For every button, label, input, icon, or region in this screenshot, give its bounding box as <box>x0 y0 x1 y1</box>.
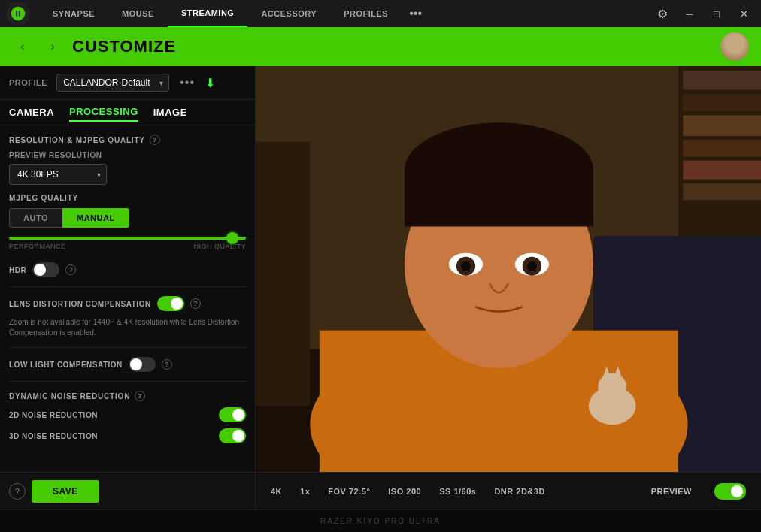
nav-tab-mouse[interactable]: MOUSE <box>108 0 168 27</box>
quality-auto-button[interactable]: AUTO <box>9 208 62 228</box>
hdr-toggle-knob <box>34 264 46 276</box>
noise-2d-row: 2D NOISE REDUCTION <box>9 407 246 422</box>
resolution-section-title: RESOLUTION & MJPEG QUALITY ? <box>9 135 246 145</box>
resolution-select-wrapper: 4K 30FPS 1080P 60FPS 1080P 30FPS 720P 60… <box>9 164 107 185</box>
noise-3d-row: 3D NOISE REDUCTION <box>9 428 246 443</box>
preview-resolution-label: PREVIEW RESOLUTION <box>9 151 246 159</box>
titlebar: SYNAPSE MOUSE STREAMING ACCESSORY PROFIL… <box>0 0 761 27</box>
hdr-toggle[interactable] <box>32 262 59 277</box>
hdr-help-icon[interactable]: ? <box>65 264 76 275</box>
noise-help-icon[interactable]: ? <box>135 391 145 401</box>
low-light-toggle-knob <box>130 358 142 370</box>
divider-3 <box>9 381 246 382</box>
mjpeg-quality-label: MJPEG QUALITY <box>9 194 246 202</box>
tab-processing[interactable]: PROCESSING <box>69 106 138 122</box>
avatar-image <box>720 32 749 61</box>
lens-distortion-label: LENS DISTORTION COMPENSATION <box>9 300 151 308</box>
preview-image <box>256 66 761 472</box>
help-button[interactable]: ? <box>9 483 26 500</box>
status-bar: 4K 1x FOV 72.5° ISO 200 SS 1/60s DNR 2D&… <box>256 472 761 509</box>
left-panel-bottom: ? SAVE <box>0 472 255 509</box>
low-light-help-icon[interactable]: ? <box>162 359 172 370</box>
nav-tab-accessory[interactable]: ACCESSORY <box>247 0 330 27</box>
preview-svg <box>256 66 761 472</box>
status-ss: SS 1/60s <box>439 487 476 496</box>
back-button[interactable]: ‹ <box>12 36 33 57</box>
resolution-help-icon[interactable]: ? <box>150 135 160 145</box>
noise-2d-toggle-knob <box>232 409 244 421</box>
noise-section-title: DYNAMIC NOISE REDUCTION ? <box>9 391 246 401</box>
lens-distortion-toggle-knob <box>171 298 183 310</box>
divider-1 <box>9 286 246 287</box>
svg-rect-4 <box>683 95 761 112</box>
resolution-select[interactable]: 4K 30FPS 1080P 60FPS 1080P 30FPS 720P 60… <box>9 164 107 185</box>
low-light-row: LOW LIGHT COMPENSATION ? <box>9 357 246 372</box>
divider-2 <box>9 347 246 348</box>
hdr-row: HDR ? <box>9 262 246 277</box>
quality-slider-track[interactable] <box>9 237 246 240</box>
profile-select-wrapper: CALLANDOR-Default <box>56 74 169 92</box>
slider-right-label: HIGH QUALITY <box>193 243 246 250</box>
nav-tab-synapse[interactable]: SYNAPSE <box>39 0 108 27</box>
noise-2d-label: 2D NOISE REDUCTION <box>9 411 213 419</box>
preview-toggle[interactable] <box>714 483 746 500</box>
device-name: RAZER KIYO PRO ULTRA <box>320 517 441 525</box>
profile-row: PROFILE CALLANDOR-Default ••• ⬇ <box>0 66 255 100</box>
lens-distortion-warning: Zoom is not available for 1440P & 4K res… <box>9 317 246 338</box>
tab-image[interactable]: IMAGE <box>153 107 187 121</box>
lens-distortion-row: LENS DISTORTION COMPENSATION ? <box>9 296 246 311</box>
window-controls: ⚙ ─ □ ✕ <box>651 4 755 23</box>
lens-distortion-help-icon[interactable]: ? <box>190 298 201 309</box>
user-avatar[interactable] <box>720 32 749 61</box>
svg-point-22 <box>527 261 537 271</box>
status-iso: ISO 200 <box>388 487 421 496</box>
profile-download-button[interactable]: ⬇ <box>205 76 215 90</box>
footer: RAZER KIYO PRO ULTRA <box>0 509 761 532</box>
svg-rect-8 <box>683 183 761 201</box>
forward-button[interactable]: › <box>42 36 63 57</box>
noise-3d-toggle[interactable] <box>219 428 246 443</box>
minimize-button[interactable]: ─ <box>678 4 701 23</box>
quality-slider-thumb[interactable] <box>226 232 238 244</box>
mjpeg-quality-buttons: AUTO MANUAL <box>9 208 246 228</box>
profile-select[interactable]: CALLANDOR-Default <box>56 74 169 92</box>
settings-panel: RESOLUTION & MJPEG QUALITY ? PREVIEW RES… <box>0 125 255 472</box>
left-panel: PROFILE CALLANDOR-Default ••• ⬇ CAMERA P… <box>0 66 256 509</box>
low-light-label: LOW LIGHT COMPENSATION <box>9 361 123 369</box>
quality-manual-button[interactable]: MANUAL <box>62 208 129 228</box>
page-title: CUSTOMIZE <box>72 37 711 56</box>
maximize-button[interactable]: □ <box>705 4 728 23</box>
svg-point-24 <box>598 373 626 401</box>
nav-tabs: SYNAPSE MOUSE STREAMING ACCESSORY PROFIL… <box>39 0 651 27</box>
save-button[interactable]: SAVE <box>32 480 99 503</box>
slider-left-label: PERFORMANCE <box>9 243 66 250</box>
camera-tabs: CAMERA PROCESSING IMAGE <box>0 100 255 125</box>
svg-rect-5 <box>683 115 761 136</box>
svg-rect-6 <box>683 140 761 157</box>
hdr-label: HDR <box>9 266 26 274</box>
svg-point-21 <box>461 261 471 271</box>
noise-3d-label: 3D NOISE REDUCTION <box>9 432 213 440</box>
nav-tab-profiles[interactable]: PROFILES <box>330 0 402 27</box>
nav-more-button[interactable]: ••• <box>402 0 429 27</box>
status-dnr: DNR 2D&3D <box>494 487 544 496</box>
close-button[interactable]: ✕ <box>732 4 755 23</box>
settings-icon[interactable]: ⚙ <box>651 4 674 23</box>
status-fov: FOV 72.5° <box>328 487 370 496</box>
lens-distortion-toggle[interactable] <box>157 296 184 311</box>
slider-labels: PERFORMANCE HIGH QUALITY <box>9 243 246 250</box>
preview-toggle-knob <box>731 485 743 497</box>
noise-2d-toggle[interactable] <box>219 407 246 422</box>
preview-label: PREVIEW <box>651 487 692 496</box>
svg-rect-9 <box>256 141 310 406</box>
status-zoom: 1x <box>300 487 310 496</box>
nav-tab-streaming[interactable]: STREAMING <box>168 0 248 27</box>
profile-label: PROFILE <box>9 78 47 87</box>
tab-camera[interactable]: CAMERA <box>9 107 54 121</box>
svg-rect-7 <box>683 161 761 180</box>
main-layout: PROFILE CALLANDOR-Default ••• ⬇ CAMERA P… <box>0 66 761 509</box>
low-light-toggle[interactable] <box>129 357 156 372</box>
svg-rect-3 <box>683 71 761 89</box>
app-logo <box>6 2 30 26</box>
profile-more-button[interactable]: ••• <box>175 74 199 91</box>
